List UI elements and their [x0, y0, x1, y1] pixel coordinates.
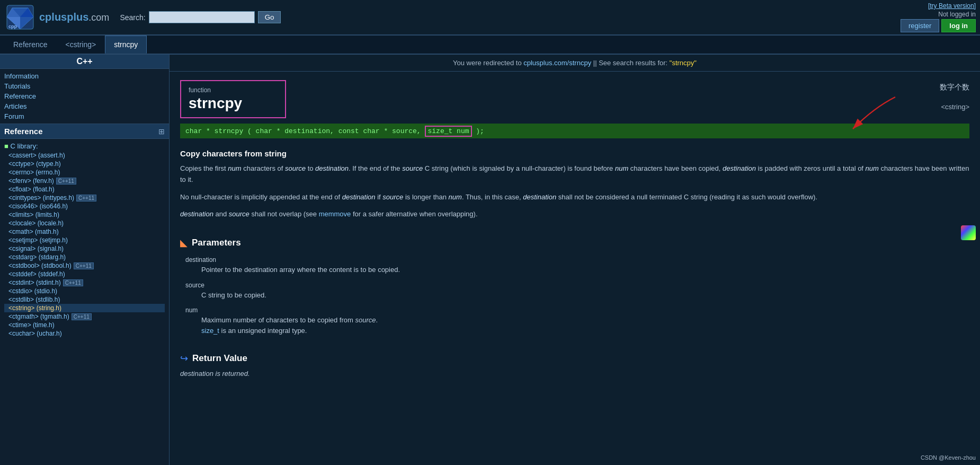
- nav-tabs: Reference <cstring> strncpy: [0, 36, 980, 55]
- lib-section: ■ C library: <cassert> (assert.h) <cctyp…: [0, 139, 169, 340]
- return-desc: destination is returned.: [180, 370, 969, 378]
- param-name-source: source: [180, 282, 969, 289]
- ciso646-link[interactable]: <ciso646> (iso646.h): [8, 203, 68, 210]
- cstdbool-link[interactable]: <cstdbool> (stdbool.h): [8, 262, 72, 269]
- chinese-annotation: 数字个数: [940, 83, 969, 92]
- tab-reference[interactable]: Reference: [4, 36, 57, 54]
- sidebar-ref-header: Reference ⊞: [0, 124, 169, 139]
- svg-text:cpp: cpp: [8, 24, 17, 29]
- tab-cstring[interactable]: <cstring>: [57, 36, 105, 54]
- register-button[interactable]: register: [901, 19, 939, 32]
- description-para-1: Copies the first num characters of sourc…: [180, 163, 969, 186]
- list-item: <ciso646> (iso646.h): [4, 202, 165, 210]
- cstdbool-badge: C++11: [74, 262, 94, 269]
- c-library-link[interactable]: C library:: [10, 142, 38, 150]
- sidebar-expand-icon[interactable]: ⊞: [158, 127, 165, 136]
- list-item: <cstdio> (stdio.h): [4, 287, 165, 295]
- sidebar-item-articles[interactable]: Articles: [4, 101, 165, 111]
- params-section: ◣ Parameters destination Pointer to the …: [170, 232, 980, 347]
- params-header: ◣ Parameters: [180, 237, 969, 249]
- list-item: <cstring> (string.h): [4, 304, 165, 312]
- ctgmath-link[interactable]: <ctgmath> (tgmath.h): [8, 313, 69, 320]
- cstdint-link[interactable]: <cstdint> (stdint.h): [8, 279, 61, 286]
- go-button[interactable]: Go: [258, 11, 281, 23]
- cpp-label: C++: [0, 55, 169, 69]
- list-item: <cmath> (math.h): [4, 227, 165, 236]
- params-title: Parameters: [192, 238, 241, 248]
- list-item: <clocale> (locale.h): [4, 219, 165, 227]
- redirect-search-query[interactable]: "strncpy": [670, 59, 697, 67]
- cassert-link[interactable]: <cassert> (assert.h): [8, 152, 65, 159]
- sidebar-item-forum[interactable]: Forum: [4, 111, 165, 121]
- list-item: <cfloat> (float.h): [4, 185, 165, 194]
- auth-buttons: register log in: [901, 19, 976, 32]
- description-area: Copy characters from string Copies the f…: [170, 144, 980, 232]
- copy-title: Copy characters from string: [180, 149, 969, 158]
- cfenv-link[interactable]: <cfenv> (fenv.h): [8, 177, 54, 185]
- list-item: <cuchar> (uchar.h): [4, 329, 165, 338]
- list-item: <cstdbool> (stdbool.h)C++11: [4, 261, 165, 270]
- sig-after: );: [472, 127, 484, 135]
- not-logged-text: Not logged in: [938, 11, 976, 18]
- login-button[interactable]: log in: [941, 19, 976, 32]
- cfloat-link[interactable]: <cfloat> (float.h): [8, 186, 55, 193]
- cstddef-link[interactable]: <cstddef> (stddef.h): [8, 270, 65, 278]
- param-name-num: num: [180, 306, 969, 314]
- list-item: <cstdarg> (stdarg.h): [4, 253, 165, 261]
- beta-link[interactable]: [try Beta version]: [928, 2, 976, 10]
- params-icon: ◣: [180, 237, 188, 249]
- sidebar-ref-title: Reference: [4, 127, 43, 136]
- cerrno-link[interactable]: <cerrno> (errno.h): [8, 169, 60, 176]
- list-item: <csetjmp> (setjmp.h): [4, 236, 165, 244]
- param-row: num Maximum number of characters to be c…: [180, 306, 969, 336]
- list-item: <ctgmath> (tgmath.h)C++11: [4, 312, 165, 321]
- logo-text: cplusplus.com: [39, 11, 109, 23]
- sidebar-item-tutorials[interactable]: Tutorials: [4, 81, 165, 91]
- function-meta: 数字个数 <cstring>: [940, 80, 969, 111]
- return-header: ↪ Return Value: [180, 353, 969, 364]
- sidebar-item-reference[interactable]: Reference: [4, 91, 165, 101]
- logo-icon: cpp: [4, 3, 36, 32]
- sidebar-item-information[interactable]: Information: [4, 71, 165, 81]
- function-name: strncpy: [189, 95, 278, 112]
- csetjmp-link[interactable]: <csetjmp> (setjmp.h): [8, 236, 68, 244]
- list-item: <cinttypes> (inttypes.h)C++11: [4, 194, 165, 202]
- param-desc-destination: Pointer to the destination array where t…: [180, 265, 969, 275]
- list-item: <cstdlib> (stdlib.h): [4, 295, 165, 304]
- csignal-link[interactable]: <csignal> (signal.h): [8, 245, 64, 252]
- list-item: <ctime> (time.h): [4, 321, 165, 329]
- logo-area: cpp cplusplus.com: [4, 3, 109, 32]
- ctime-link[interactable]: <ctime> (time.h): [8, 321, 55, 329]
- list-item: <cstddef> (stddef.h): [4, 270, 165, 278]
- cstring-link[interactable]: <cstring> (string.h): [8, 304, 61, 312]
- sig-before: char * strncpy ( char * destination, con…: [185, 127, 425, 135]
- sig-highlight: size_t num: [425, 126, 471, 137]
- header-right: [try Beta version] Not logged in registe…: [901, 2, 976, 32]
- main: C++ Information Tutorials Reference Arti…: [0, 55, 980, 465]
- function-box: function strncpy: [180, 80, 286, 118]
- signature-area: char * strncpy ( char * destination, con…: [180, 124, 969, 138]
- cstdio-link[interactable]: <cstdio> (stdio.h): [8, 287, 57, 295]
- cuchar-link[interactable]: <cuchar> (uchar.h): [8, 330, 62, 337]
- return-section: ↪ Return Value destination is returned.: [170, 347, 980, 383]
- search-area: Search: Go: [120, 11, 901, 23]
- climits-link[interactable]: <climits> (limits.h): [8, 211, 59, 218]
- list-item: <cfenv> (fenv.h)C++11: [4, 177, 165, 185]
- cmath-link[interactable]: <cmath> (math.h): [8, 228, 59, 235]
- redirect-link[interactable]: cplusplus.com/strncpy: [523, 59, 591, 67]
- corner-decoration: [961, 225, 976, 240]
- redirect-separator: ||: [591, 59, 599, 67]
- clocale-link[interactable]: <clocale> (locale.h): [8, 220, 64, 227]
- cinttypes-link[interactable]: <cinttypes> (inttypes.h): [8, 194, 74, 201]
- cstdlib-link[interactable]: <cstdlib> (stdlib.h): [8, 296, 60, 303]
- search-label: Search:: [120, 13, 145, 22]
- size-t-link[interactable]: size_t: [201, 327, 219, 335]
- memmove-link[interactable]: memmove: [319, 210, 351, 218]
- cstdarg-link[interactable]: <cstdarg> (stdarg.h): [8, 253, 66, 261]
- param-row: destination Pointer to the destination a…: [180, 256, 969, 275]
- description-para-3: destination and source shall not overlap…: [180, 209, 969, 220]
- cctype-link[interactable]: <cctype> (ctype.h): [8, 160, 61, 168]
- search-input[interactable]: [149, 11, 255, 23]
- list-item: <csignal> (signal.h): [4, 244, 165, 253]
- tab-strncpy[interactable]: strncpy: [105, 36, 147, 54]
